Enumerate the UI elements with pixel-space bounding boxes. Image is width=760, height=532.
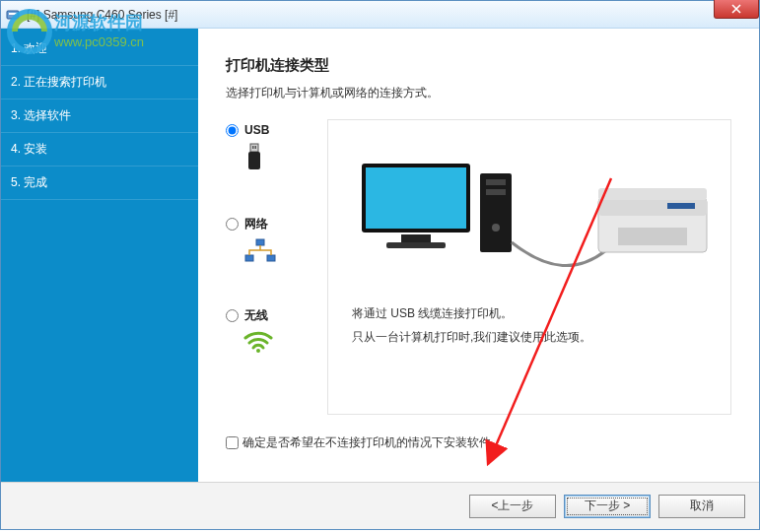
svg-rect-7 [252, 146, 254, 149]
svg-rect-18 [486, 179, 506, 185]
svg-rect-15 [401, 234, 431, 242]
window-body: 1. 欢迎 2. 正在搜索打印机 3. 选择软件 4. 安装 5. 完成 打印机… [1, 29, 759, 482]
option-wireless-radio-row[interactable]: 无线 [226, 307, 268, 324]
svg-rect-25 [667, 203, 695, 209]
svg-rect-23 [598, 188, 707, 200]
footer: <上一步 下一步 > 取消 [1, 482, 759, 529]
network-icon [243, 238, 277, 268]
option-wireless-label: 无线 [244, 307, 268, 324]
installer-window: [#] Samsung C460 Series [#] 河源软件园 www.pc… [0, 0, 760, 530]
cancel-button[interactable]: 取消 [658, 495, 745, 518]
title-text: [#] Samsung C460 Series [#] [27, 8, 177, 22]
wifi-icon [243, 330, 273, 358]
sidebar-item-install[interactable]: 4. 安装 [1, 133, 198, 166]
close-button[interactable] [714, 0, 759, 19]
back-button[interactable]: <上一步 [469, 495, 556, 518]
option-usb: USB [226, 123, 327, 176]
sidebar-item-search-printer[interactable]: 2. 正在搜索打印机 [1, 66, 198, 100]
option-usb-label: USB [244, 123, 269, 137]
svg-rect-9 [256, 239, 264, 245]
svg-rect-5 [250, 144, 258, 152]
option-wireless: 无线 [226, 307, 327, 358]
install-without-printer-checkbox[interactable] [226, 436, 239, 449]
detail-panel: 将通过 USB 线缆连接打印机。 只从一台计算机打印时,我们建议使用此选项。 [327, 119, 731, 415]
options-column: USB 网络 [226, 119, 327, 415]
content-pane: 打印机连接类型 选择打印机与计算机或网络的连接方式。 USB [198, 29, 759, 482]
illustration [342, 134, 717, 282]
sidebar: 1. 欢迎 2. 正在搜索打印机 3. 选择软件 4. 安装 5. 完成 [1, 29, 198, 482]
svg-point-20 [492, 224, 500, 232]
svg-rect-24 [618, 228, 687, 245]
option-network-radio-row[interactable]: 网络 [226, 216, 268, 233]
svg-rect-1 [9, 13, 17, 15]
usb-icon [243, 143, 265, 176]
page-title: 打印机连接类型 [226, 56, 731, 75]
option-wireless-radio[interactable] [226, 309, 239, 322]
option-network-label: 网络 [244, 216, 268, 233]
detail-line2: 只从一台计算机打印时,我们建议使用此选项。 [352, 325, 717, 349]
sidebar-item-welcome[interactable]: 1. 欢迎 [1, 33, 198, 66]
svg-point-12 [256, 349, 260, 353]
option-network: 网络 [226, 216, 327, 268]
app-icon [5, 7, 21, 23]
svg-rect-6 [248, 152, 260, 169]
svg-rect-19 [486, 189, 506, 195]
detail-line1: 将通过 USB 线缆连接打印机。 [352, 301, 717, 325]
install-without-printer-row[interactable]: 确定是否希望在不连接打印机的情况下安装软件。 [226, 434, 731, 451]
svg-rect-10 [245, 255, 253, 261]
option-usb-radio-row[interactable]: USB [226, 123, 269, 137]
svg-rect-16 [386, 242, 446, 248]
titlebar: [#] Samsung C460 Series [#] [1, 1, 759, 29]
option-usb-radio[interactable] [226, 124, 239, 137]
install-without-printer-label: 确定是否希望在不连接打印机的情况下安装软件。 [242, 434, 503, 451]
close-icon [731, 4, 741, 14]
svg-rect-11 [267, 255, 275, 261]
options-row: USB 网络 [226, 119, 731, 415]
svg-rect-8 [255, 146, 257, 149]
sidebar-item-select-software[interactable]: 3. 选择软件 [1, 100, 198, 133]
sidebar-item-finish[interactable]: 5. 完成 [1, 166, 198, 200]
svg-rect-14 [366, 167, 466, 229]
page-subtitle: 选择打印机与计算机或网络的连接方式。 [226, 85, 731, 101]
next-button[interactable]: 下一步 > [564, 495, 651, 518]
option-network-radio[interactable] [226, 218, 239, 231]
